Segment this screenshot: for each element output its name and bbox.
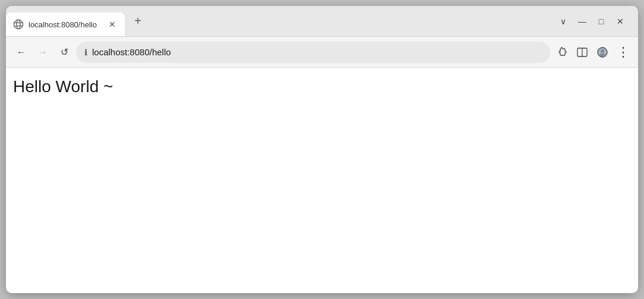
info-icon: ℹ xyxy=(84,48,87,57)
new-tab-button[interactable]: + xyxy=(127,11,149,32)
title-bar: localhost:8080/hello ✕ + ∨ — □ ✕ xyxy=(6,6,638,37)
page-text: Hello World ~ xyxy=(13,77,113,96)
active-tab[interactable]: localhost:8080/hello ✕ xyxy=(6,12,125,36)
maximize-button[interactable]: □ xyxy=(593,13,610,30)
window-controls: ∨ — □ ✕ xyxy=(545,6,638,36)
nav-bar: ← → ↺ ℹ localhost:8080/hello xyxy=(6,37,638,68)
tab-globe-icon xyxy=(13,19,24,30)
page-content: Hello World ~ xyxy=(6,68,638,293)
toolbar-right: ⋮ xyxy=(553,43,632,62)
address-bar[interactable]: ℹ localhost:8080/hello xyxy=(76,42,550,63)
svg-point-7 xyxy=(601,49,604,53)
browser-window: localhost:8080/hello ✕ + ∨ — □ ✕ ← → ↺ ℹ… xyxy=(6,6,638,293)
menu-icon[interactable]: ⋮ xyxy=(613,43,632,62)
minimize-button[interactable]: — xyxy=(574,13,591,30)
chevron-down-button[interactable]: ∨ xyxy=(555,13,572,30)
tab-title: localhost:8080/hello xyxy=(29,20,102,29)
close-button[interactable]: ✕ xyxy=(612,13,629,30)
forward-button[interactable]: → xyxy=(33,43,52,62)
tab-strip: localhost:8080/hello ✕ + xyxy=(6,6,545,36)
address-text: localhost:8080/hello xyxy=(92,47,171,57)
svg-point-0 xyxy=(14,20,23,29)
tab-close-button[interactable]: ✕ xyxy=(107,19,118,30)
split-screen-icon[interactable] xyxy=(573,43,592,62)
back-button[interactable]: ← xyxy=(12,43,31,62)
extensions-icon[interactable] xyxy=(553,43,572,62)
account-icon[interactable] xyxy=(593,43,612,62)
svg-point-1 xyxy=(17,20,20,29)
reload-button[interactable]: ↺ xyxy=(55,43,74,62)
